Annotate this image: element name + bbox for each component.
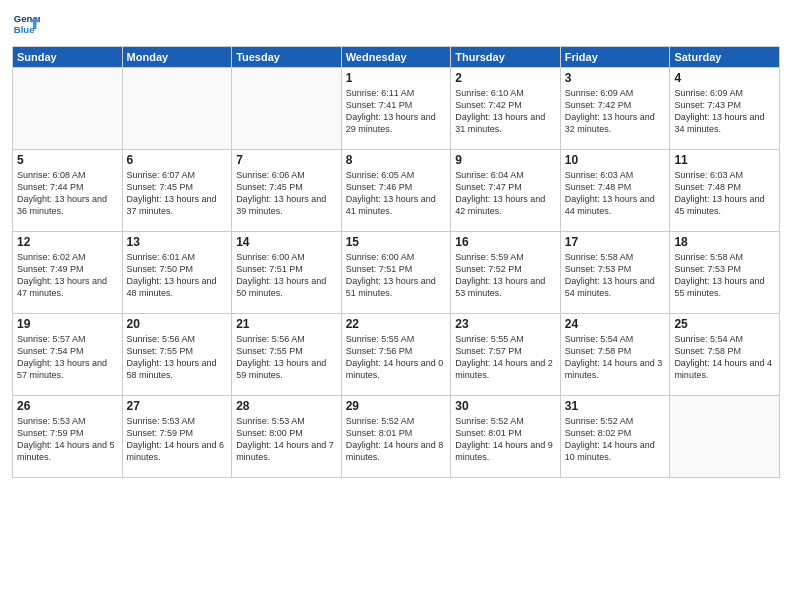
weekday-header-sunday: Sunday [13,47,123,68]
day-info: Sunrise: 5:52 AM Sunset: 8:01 PM Dayligh… [346,415,447,464]
day-info: Sunrise: 5:57 AM Sunset: 7:54 PM Dayligh… [17,333,118,382]
day-info: Sunrise: 5:59 AM Sunset: 7:52 PM Dayligh… [455,251,556,300]
day-number: 13 [127,235,228,249]
day-number: 16 [455,235,556,249]
day-info: Sunrise: 6:07 AM Sunset: 7:45 PM Dayligh… [127,169,228,218]
calendar-cell: 9Sunrise: 6:04 AM Sunset: 7:47 PM Daylig… [451,150,561,232]
day-number: 24 [565,317,666,331]
day-number: 6 [127,153,228,167]
calendar-cell: 21Sunrise: 5:56 AM Sunset: 7:55 PM Dayli… [232,314,342,396]
weekday-header-friday: Friday [560,47,670,68]
day-info: Sunrise: 6:03 AM Sunset: 7:48 PM Dayligh… [674,169,775,218]
calendar-cell: 31Sunrise: 5:52 AM Sunset: 8:02 PM Dayli… [560,396,670,478]
day-number: 10 [565,153,666,167]
calendar-cell: 14Sunrise: 6:00 AM Sunset: 7:51 PM Dayli… [232,232,342,314]
day-number: 25 [674,317,775,331]
calendar-cell [232,68,342,150]
day-info: Sunrise: 5:55 AM Sunset: 7:56 PM Dayligh… [346,333,447,382]
calendar-cell: 23Sunrise: 5:55 AM Sunset: 7:57 PM Dayli… [451,314,561,396]
day-info: Sunrise: 6:02 AM Sunset: 7:49 PM Dayligh… [17,251,118,300]
weekday-header-monday: Monday [122,47,232,68]
calendar-cell: 4Sunrise: 6:09 AM Sunset: 7:43 PM Daylig… [670,68,780,150]
weekday-header-tuesday: Tuesday [232,47,342,68]
week-row-1: 1Sunrise: 6:11 AM Sunset: 7:41 PM Daylig… [13,68,780,150]
day-number: 3 [565,71,666,85]
calendar-cell: 8Sunrise: 6:05 AM Sunset: 7:46 PM Daylig… [341,150,451,232]
day-info: Sunrise: 5:56 AM Sunset: 7:55 PM Dayligh… [127,333,228,382]
calendar-cell: 1Sunrise: 6:11 AM Sunset: 7:41 PM Daylig… [341,68,451,150]
logo-icon: General Blue [12,10,40,38]
week-row-3: 12Sunrise: 6:02 AM Sunset: 7:49 PM Dayli… [13,232,780,314]
day-number: 29 [346,399,447,413]
day-number: 11 [674,153,775,167]
day-info: Sunrise: 6:08 AM Sunset: 7:44 PM Dayligh… [17,169,118,218]
day-info: Sunrise: 5:55 AM Sunset: 7:57 PM Dayligh… [455,333,556,382]
day-info: Sunrise: 6:06 AM Sunset: 7:45 PM Dayligh… [236,169,337,218]
day-number: 26 [17,399,118,413]
day-info: Sunrise: 6:04 AM Sunset: 7:47 PM Dayligh… [455,169,556,218]
calendar-cell: 18Sunrise: 5:58 AM Sunset: 7:53 PM Dayli… [670,232,780,314]
calendar-cell [122,68,232,150]
calendar-cell: 24Sunrise: 5:54 AM Sunset: 7:58 PM Dayli… [560,314,670,396]
calendar-cell: 25Sunrise: 5:54 AM Sunset: 7:58 PM Dayli… [670,314,780,396]
day-number: 9 [455,153,556,167]
day-number: 5 [17,153,118,167]
calendar-cell: 27Sunrise: 5:53 AM Sunset: 7:59 PM Dayli… [122,396,232,478]
day-number: 27 [127,399,228,413]
calendar-cell: 17Sunrise: 5:58 AM Sunset: 7:53 PM Dayli… [560,232,670,314]
day-number: 18 [674,235,775,249]
calendar-cell [13,68,123,150]
weekday-header-row: SundayMondayTuesdayWednesdayThursdayFrid… [13,47,780,68]
calendar-cell: 3Sunrise: 6:09 AM Sunset: 7:42 PM Daylig… [560,68,670,150]
day-info: Sunrise: 5:58 AM Sunset: 7:53 PM Dayligh… [674,251,775,300]
day-info: Sunrise: 5:52 AM Sunset: 8:01 PM Dayligh… [455,415,556,464]
day-number: 8 [346,153,447,167]
calendar-cell: 16Sunrise: 5:59 AM Sunset: 7:52 PM Dayli… [451,232,561,314]
logo: General Blue [12,10,42,38]
week-row-4: 19Sunrise: 5:57 AM Sunset: 7:54 PM Dayli… [13,314,780,396]
calendar: SundayMondayTuesdayWednesdayThursdayFrid… [12,46,780,478]
day-number: 7 [236,153,337,167]
day-info: Sunrise: 5:54 AM Sunset: 7:58 PM Dayligh… [674,333,775,382]
calendar-cell: 2Sunrise: 6:10 AM Sunset: 7:42 PM Daylig… [451,68,561,150]
day-info: Sunrise: 5:53 AM Sunset: 8:00 PM Dayligh… [236,415,337,464]
day-info: Sunrise: 6:03 AM Sunset: 7:48 PM Dayligh… [565,169,666,218]
day-number: 4 [674,71,775,85]
calendar-cell: 19Sunrise: 5:57 AM Sunset: 7:54 PM Dayli… [13,314,123,396]
calendar-cell: 11Sunrise: 6:03 AM Sunset: 7:48 PM Dayli… [670,150,780,232]
day-info: Sunrise: 5:53 AM Sunset: 7:59 PM Dayligh… [17,415,118,464]
day-info: Sunrise: 6:01 AM Sunset: 7:50 PM Dayligh… [127,251,228,300]
weekday-header-wednesday: Wednesday [341,47,451,68]
day-number: 14 [236,235,337,249]
day-number: 30 [455,399,556,413]
header: General Blue [12,10,780,38]
day-info: Sunrise: 6:09 AM Sunset: 7:42 PM Dayligh… [565,87,666,136]
day-number: 19 [17,317,118,331]
week-row-5: 26Sunrise: 5:53 AM Sunset: 7:59 PM Dayli… [13,396,780,478]
calendar-cell: 15Sunrise: 6:00 AM Sunset: 7:51 PM Dayli… [341,232,451,314]
week-row-2: 5Sunrise: 6:08 AM Sunset: 7:44 PM Daylig… [13,150,780,232]
calendar-cell [670,396,780,478]
day-info: Sunrise: 5:58 AM Sunset: 7:53 PM Dayligh… [565,251,666,300]
day-number: 1 [346,71,447,85]
calendar-cell: 5Sunrise: 6:08 AM Sunset: 7:44 PM Daylig… [13,150,123,232]
day-number: 17 [565,235,666,249]
weekday-header-saturday: Saturday [670,47,780,68]
day-info: Sunrise: 6:10 AM Sunset: 7:42 PM Dayligh… [455,87,556,136]
calendar-cell: 12Sunrise: 6:02 AM Sunset: 7:49 PM Dayli… [13,232,123,314]
day-number: 21 [236,317,337,331]
day-info: Sunrise: 5:56 AM Sunset: 7:55 PM Dayligh… [236,333,337,382]
day-number: 2 [455,71,556,85]
calendar-cell: 28Sunrise: 5:53 AM Sunset: 8:00 PM Dayli… [232,396,342,478]
day-info: Sunrise: 5:54 AM Sunset: 7:58 PM Dayligh… [565,333,666,382]
day-info: Sunrise: 6:05 AM Sunset: 7:46 PM Dayligh… [346,169,447,218]
calendar-cell: 13Sunrise: 6:01 AM Sunset: 7:50 PM Dayli… [122,232,232,314]
day-number: 15 [346,235,447,249]
day-number: 31 [565,399,666,413]
calendar-cell: 10Sunrise: 6:03 AM Sunset: 7:48 PM Dayli… [560,150,670,232]
day-number: 12 [17,235,118,249]
day-info: Sunrise: 6:00 AM Sunset: 7:51 PM Dayligh… [346,251,447,300]
weekday-header-thursday: Thursday [451,47,561,68]
day-info: Sunrise: 6:11 AM Sunset: 7:41 PM Dayligh… [346,87,447,136]
calendar-cell: 20Sunrise: 5:56 AM Sunset: 7:55 PM Dayli… [122,314,232,396]
